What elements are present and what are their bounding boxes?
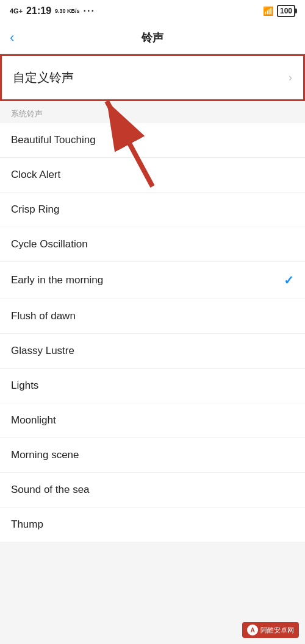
- ring-item-name: Clock Alert: [11, 169, 60, 181]
- ring-item[interactable]: Crisp Ring: [0, 193, 305, 227]
- checkmark-icon: ✓: [284, 273, 294, 288]
- status-right: 📶 100: [263, 5, 295, 17]
- status-time: 21:19: [26, 5, 51, 16]
- ring-item[interactable]: Moonlight: [0, 403, 305, 438]
- ring-item[interactable]: Beautiful Touching: [0, 123, 305, 158]
- network-indicator: 4G+: [10, 7, 23, 15]
- status-dots: ···: [84, 5, 95, 16]
- ring-item-name: Sound of the sea: [11, 484, 90, 496]
- wifi-icon: 📶: [263, 6, 273, 16]
- battery-indicator: 100: [277, 5, 295, 17]
- custom-ringtone-label: 自定义铃声: [13, 69, 74, 86]
- ring-item-name: Lights: [11, 380, 38, 392]
- ring-item-name: Morning scene: [11, 449, 79, 461]
- custom-ringtone-section: 自定义铃声 ›: [0, 54, 305, 101]
- page-title: 铃声: [142, 30, 163, 45]
- ring-item-name: Flush of dawn: [11, 310, 76, 322]
- status-bar: 4G+ 21:19 9.30 KB/s ··· 📶 100: [0, 0, 305, 22]
- watermark: A 阿酷安卓网: [242, 622, 299, 638]
- chevron-right-icon: ›: [289, 71, 292, 84]
- ring-item[interactable]: Clock Alert: [0, 158, 305, 193]
- status-left: 4G+ 21:19 9.30 KB/s ···: [10, 5, 95, 16]
- ring-list: Beautiful TouchingClock AlertCrisp RingC…: [0, 123, 305, 542]
- ring-item-name: Early in the morning: [11, 274, 103, 286]
- ring-item-name: Thump: [11, 518, 43, 531]
- ring-item-name: Moonlight: [11, 414, 56, 426]
- ring-item[interactable]: Thump: [0, 508, 305, 542]
- page-header: ‹ 铃声: [0, 22, 305, 54]
- ring-item[interactable]: Sound of the sea: [0, 473, 305, 508]
- watermark-logo: A: [247, 625, 258, 635]
- ring-item-name: Cycle Oscillation: [11, 238, 88, 250]
- ring-item[interactable]: Lights: [0, 369, 305, 403]
- ring-item[interactable]: Cycle Oscillation: [0, 227, 305, 262]
- ring-item[interactable]: Flush of dawn: [0, 299, 305, 334]
- back-button[interactable]: ‹: [10, 30, 14, 46]
- ring-item-name: Crisp Ring: [11, 203, 59, 216]
- custom-ringtone-item[interactable]: 自定义铃声 ›: [2, 56, 303, 99]
- ring-item[interactable]: Glassy Lustre: [0, 334, 305, 369]
- ring-item[interactable]: Morning scene: [0, 438, 305, 473]
- ring-item-name: Glassy Lustre: [11, 345, 74, 357]
- system-ringtone-header: 系统铃声: [0, 101, 305, 123]
- status-speed: 9.30 KB/s: [55, 8, 80, 15]
- ring-item[interactable]: Early in the morning✓: [0, 262, 305, 299]
- watermark-text: 阿酷安卓网: [260, 626, 294, 635]
- ring-item-name: Beautiful Touching: [11, 134, 96, 146]
